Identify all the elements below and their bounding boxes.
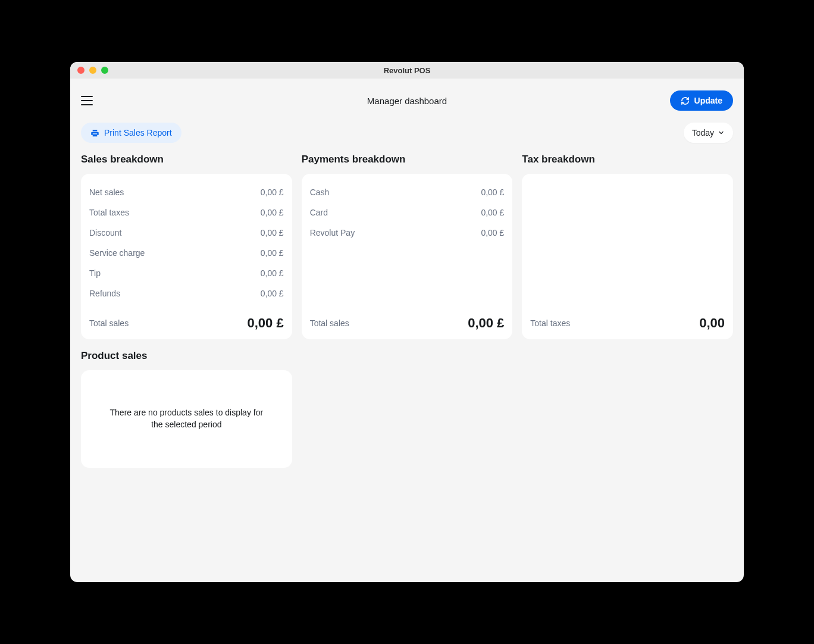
total-row: Total taxes 0,00 (530, 313, 725, 331)
row-label: Discount (89, 228, 121, 237)
row-label: Refunds (89, 289, 120, 298)
total-label: Total taxes (530, 318, 570, 328)
row-value: 0,00 £ (261, 208, 284, 217)
total-row: Total sales 0,00 £ (310, 313, 505, 331)
total-value: 0,00 £ (468, 315, 504, 331)
row-label: Service charge (89, 248, 145, 258)
table-row: Card 0,00 £ (310, 202, 505, 223)
sales-breakdown-title: Sales breakdown (81, 154, 292, 165)
row-value: 0,00 £ (261, 268, 284, 278)
product-sales-title: Product sales (81, 350, 733, 362)
table-row: Service charge 0,00 £ (89, 243, 284, 263)
total-value: 0,00 (699, 315, 725, 331)
row-label: Total taxes (89, 208, 129, 217)
row-label: Tip (89, 268, 101, 278)
row-value: 0,00 £ (261, 289, 284, 298)
row-label: Card (310, 208, 328, 217)
app-content: Manager dashboard Update Print Sales Rep… (70, 79, 744, 582)
printer-icon (90, 129, 99, 137)
table-row: Revolut Pay 0,00 £ (310, 223, 505, 243)
empty-state-message: There are no products sales to display f… (103, 407, 270, 430)
total-value: 0,00 £ (247, 315, 283, 331)
total-row: Total sales 0,00 £ (89, 313, 284, 331)
page-title: Manager dashboard (367, 96, 447, 106)
header: Manager dashboard Update (70, 79, 744, 118)
table-row: Cash 0,00 £ (310, 182, 505, 202)
total-label: Total sales (310, 318, 349, 328)
row-value: 0,00 £ (261, 187, 284, 197)
product-sales-empty-card: There are no products sales to display f… (81, 370, 292, 468)
payments-breakdown-card: Cash 0,00 £ Card 0,00 £ Revolut Pay 0,00… (302, 174, 513, 339)
update-button[interactable]: Update (670, 90, 733, 111)
tax-breakdown-section: Tax breakdown Total taxes 0,00 (522, 154, 733, 339)
update-button-label: Update (694, 96, 722, 105)
table-row: Tip 0,00 £ (89, 263, 284, 283)
titlebar: Revolut POS (70, 62, 744, 79)
row-label: Cash (310, 187, 330, 197)
row-value: 0,00 £ (481, 187, 504, 197)
total-label: Total sales (89, 318, 129, 328)
chevron-down-icon (718, 129, 725, 136)
table-row: Refunds 0,00 £ (89, 283, 284, 304)
tax-breakdown-title: Tax breakdown (522, 154, 733, 165)
row-value: 0,00 £ (261, 228, 284, 237)
table-row: Total taxes 0,00 £ (89, 202, 284, 223)
window-title: Revolut POS (384, 66, 431, 75)
date-filter-dropdown[interactable]: Today (684, 123, 733, 143)
print-sales-report-button[interactable]: Print Sales Report (81, 123, 181, 143)
row-value: 0,00 £ (261, 248, 284, 258)
payments-breakdown-title: Payments breakdown (302, 154, 513, 165)
close-window-icon[interactable] (77, 67, 84, 74)
toolbar: Print Sales Report Today (70, 118, 744, 154)
refresh-icon (681, 96, 690, 105)
payments-breakdown-section: Payments breakdown Cash 0,00 £ Card 0,00… (302, 154, 513, 339)
tax-breakdown-card: Total taxes 0,00 (522, 174, 733, 339)
print-button-label: Print Sales Report (104, 128, 172, 137)
app-window: Revolut POS Manager dashboard Update (70, 62, 744, 582)
sales-breakdown-section: Sales breakdown Net sales 0,00 £ Total t… (81, 154, 292, 339)
row-label: Revolut Pay (310, 228, 355, 237)
table-row: Discount 0,00 £ (89, 223, 284, 243)
date-filter-label: Today (692, 128, 714, 137)
table-row: Net sales 0,00 £ (89, 182, 284, 202)
product-sales-section: Product sales There are no products sale… (70, 339, 744, 479)
sales-breakdown-card: Net sales 0,00 £ Total taxes 0,00 £ Disc… (81, 174, 292, 339)
row-value: 0,00 £ (481, 208, 504, 217)
row-value: 0,00 £ (481, 228, 504, 237)
row-label: Net sales (89, 187, 124, 197)
maximize-window-icon[interactable] (101, 67, 108, 74)
window-controls (77, 67, 108, 74)
breakdown-grid: Sales breakdown Net sales 0,00 £ Total t… (70, 154, 744, 339)
menu-icon[interactable] (81, 96, 93, 105)
minimize-window-icon[interactable] (89, 67, 96, 74)
